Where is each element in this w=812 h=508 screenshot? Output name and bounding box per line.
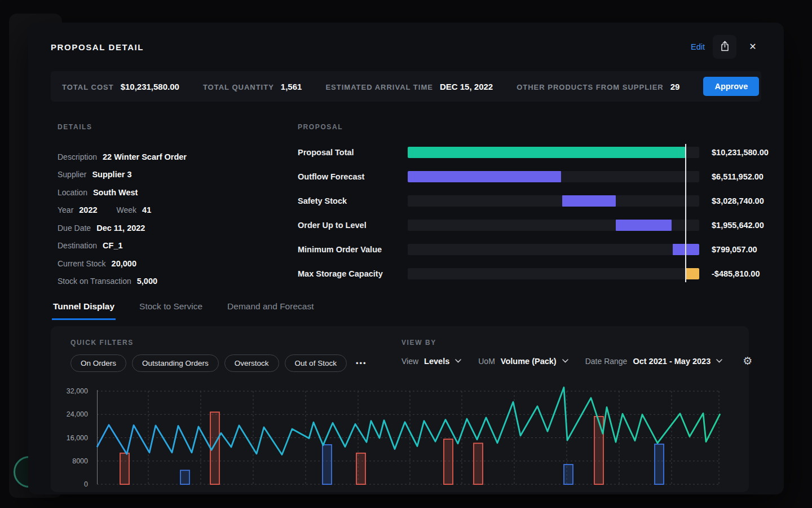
proposal-row: Minimum Order Value $799,057.00 [298, 244, 784, 255]
detail-row: Location South West [58, 183, 272, 202]
proposal-section: PROPOSAL Proposal Total $10,231,580.00 O… [298, 123, 784, 279]
view-by-label: UoM [478, 357, 495, 366]
filter-chip-on-orders[interactable]: On Orders [70, 354, 126, 372]
detail-pair: Supplier Supplier 3 [58, 170, 131, 179]
summary-item: OTHER PRODUCTS FROM SUPPLIER 29 [517, 82, 679, 91]
view-by-value: Levels [424, 357, 449, 366]
tab-tunnel-display[interactable]: Tunnel Display [52, 298, 116, 320]
detail-value: 41 [142, 205, 151, 214]
view-by-select-date-range[interactable]: Date Range Oct 2021 - May 2023 [585, 357, 723, 366]
proposal-bar [685, 268, 699, 279]
approve-button[interactable]: Approve [703, 77, 759, 96]
detail-label: Year [58, 205, 73, 214]
filter-chip-overstock[interactable]: Overstock [224, 354, 279, 372]
proposal-row-label: Safety Stock [298, 196, 408, 205]
proposal-row-label: Order Up to Level [298, 221, 408, 230]
chart-bar-red-events [356, 453, 365, 484]
close-button[interactable]: ✕ [744, 38, 761, 55]
gear-icon[interactable]: ⚙ [743, 356, 752, 366]
proposal-bar-track [408, 244, 699, 255]
summary-label: ESTIMATED ARRIVAL TIME [325, 83, 433, 91]
proposal-bar [562, 195, 616, 207]
summary-value: 29 [670, 82, 680, 91]
page-title: PROPOSAL DETAIL [51, 42, 144, 52]
more-filters-button[interactable]: ••• [352, 356, 370, 371]
detail-pair: Stock on Transaction 5,000 [58, 277, 157, 286]
chart-bar-blue-events [323, 445, 332, 484]
detail-value: CF_1 [103, 241, 122, 250]
view-by-select-view[interactable]: View Levels [401, 357, 461, 366]
proposal-row-value: $3,028,740.00 [699, 196, 784, 205]
chevron-down-icon [716, 359, 722, 363]
detail-row: Description 22 Winter Scarf Order [58, 148, 272, 166]
y-tick-label: 8000 [51, 457, 88, 465]
tab-demand-and-forecast[interactable]: Demand and Forecast [226, 298, 315, 320]
tab-stock-to-service[interactable]: Stock to Service [138, 298, 204, 320]
chart-bar-red-events [444, 439, 453, 484]
chart-bar-red-events [120, 453, 129, 484]
header-actions: Edit ✕ [691, 35, 761, 59]
summary-value: DEC 15, 2022 [440, 82, 493, 91]
proposal-rows: Proposal Total $10,231,580.00 Outflow Fo… [298, 147, 784, 279]
detail-label: Due Date [58, 224, 91, 233]
detail-value: 22 Winter Scarf Order [103, 152, 187, 161]
proposal-bar [408, 147, 685, 158]
summary-item: TOTAL COST $10,231,580.00 [62, 82, 179, 91]
proposal-bar [616, 220, 672, 231]
view-by-controls: View Levels UoM Volume (Pack) Date Range… [401, 356, 752, 366]
proposal-row: Order Up to Level $1,955,642.00 [298, 220, 784, 231]
proposal-row-label: Max Storage Capacity [298, 269, 408, 278]
detail-pair: Location South West [58, 188, 138, 197]
detail-label: Location [58, 188, 87, 197]
details-section: DETAILS Description 22 Winter Scarf Orde… [58, 123, 272, 290]
tunnel-chart [97, 388, 720, 487]
proposal-detail-modal: PROPOSAL DETAIL Edit ✕ TOTAL COST $10,23… [28, 23, 784, 494]
chart-bar-red-events [594, 417, 603, 484]
proposal-bar [408, 171, 561, 182]
detail-pair: Week 41 [117, 205, 152, 214]
proposal-bar-track [408, 195, 699, 207]
summary-label: TOTAL COST [62, 83, 114, 91]
summary-value: $10,231,580.00 [121, 82, 179, 91]
filter-chip-out-of-stock[interactable]: Out of Stock [285, 354, 347, 372]
detail-row: Year 2022 Week 41 [58, 202, 272, 220]
proposal-row: Max Storage Capacity -$485,810.00 [298, 268, 784, 279]
summary-value: 1,561 [281, 82, 302, 91]
proposal-heading: PROPOSAL [298, 123, 784, 131]
proposal-bar-track [408, 171, 699, 182]
quick-filter-chips: On OrdersOutstanding OrdersOverstockOut … [70, 354, 370, 372]
detail-label: Destination [58, 241, 97, 250]
view-by-label: View [401, 357, 418, 366]
proposal-bar-track [408, 220, 699, 231]
proposal-target-line [685, 144, 686, 282]
y-tick-label: 24,000 [51, 410, 88, 418]
view-by-label: Date Range [585, 357, 628, 366]
detail-row: Destination CF_1 [58, 237, 272, 255]
view-by-value: Oct 2021 - May 2023 [633, 357, 710, 366]
detail-value: Supplier 3 [92, 170, 131, 179]
share-icon [720, 41, 730, 53]
chevron-down-icon [562, 359, 568, 363]
summary-item: TOTAL QUANTITY 1,561 [203, 82, 302, 91]
filter-chip-outstanding-orders[interactable]: Outstanding Orders [132, 354, 219, 372]
proposal-row: Safety Stock $3,028,740.00 [298, 195, 784, 207]
view-by-heading: VIEW BY [401, 339, 436, 347]
chart-bar-blue-events [655, 444, 664, 484]
proposal-row-value: -$485,810.00 [699, 269, 784, 278]
view-by-select-uom[interactable]: UoM Volume (Pack) [478, 357, 568, 366]
proposal-row: Proposal Total $10,231,580.00 [298, 147, 784, 158]
detail-value: 20,000 [112, 259, 136, 268]
detail-pair: Year 2022 [58, 205, 98, 214]
proposal-row-value: $6,511,952.00 [699, 172, 784, 181]
edit-button[interactable]: Edit [691, 42, 705, 51]
detail-label: Supplier [58, 170, 86, 179]
detail-pair: Destination CF_1 [58, 241, 123, 250]
details-heading: DETAILS [58, 123, 272, 131]
detail-label: Week [117, 205, 137, 214]
proposal-row-label: Minimum Order Value [298, 245, 408, 254]
detail-row: Current Stock 20,000 [58, 255, 272, 273]
proposal-row-label: Proposal Total [298, 148, 408, 157]
share-button[interactable] [713, 35, 736, 59]
summary-label: TOTAL QUANTITY [203, 83, 274, 91]
detail-value: 5,000 [137, 277, 157, 286]
